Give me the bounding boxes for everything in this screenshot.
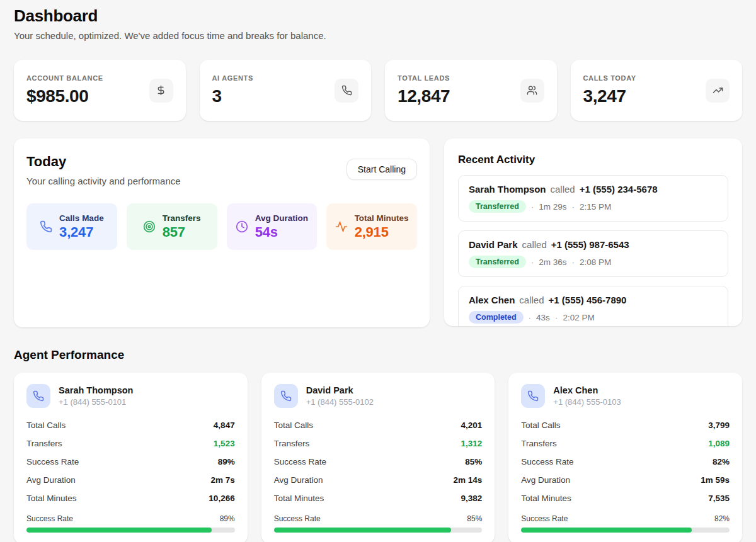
- today-subtitle: Your calling activity and performance: [26, 176, 181, 186]
- stat-row-success-rate: Success Rate 85%: [274, 453, 483, 471]
- metric-avg-duration: Avg Duration 54s: [227, 203, 318, 250]
- stat-label: Account Balance: [26, 74, 103, 82]
- row-label: Total Calls: [274, 421, 313, 430]
- activity-icon: [335, 220, 348, 233]
- phone-icon: [335, 79, 358, 103]
- row-value: 1,089: [708, 439, 730, 448]
- main-grid: Today Your calling activity and performa…: [14, 138, 742, 327]
- separator-dot: ·: [529, 313, 532, 322]
- stat-card-calls-today: Calls Today 3,247: [571, 60, 743, 121]
- row-value: 10,266: [209, 494, 234, 503]
- activity-phone-number: +1 (555) 987-6543: [551, 239, 629, 250]
- stat-row-total-calls: Total Calls 4,201: [274, 416, 483, 434]
- stat-row-transfers: Transfers 1,089: [521, 434, 730, 453]
- page-title: Dashboard: [14, 6, 742, 26]
- stat-row-total-calls: Total Calls 3,799: [521, 416, 730, 434]
- progress-percent: 82%: [714, 514, 730, 523]
- row-label: Total Calls: [521, 421, 560, 430]
- row-label: Avg Duration: [521, 475, 570, 485]
- stat-row-transfers: Transfers 1,312: [274, 434, 483, 453]
- activity-item[interactable]: Alex Chen called +1 (555) 456-7890 Compl…: [458, 286, 728, 326]
- status-badge: Transferred: [469, 256, 526, 268]
- activity-item[interactable]: Sarah Thompson called +1 (555) 234-5678 …: [458, 175, 728, 222]
- stat-value: 3: [212, 86, 253, 106]
- stat-card-ai-agents: AI Agents 3: [200, 60, 372, 121]
- stat-row-total-minutes: Total Minutes 7,535: [521, 489, 730, 507]
- stat-label: Calls Today: [583, 74, 636, 82]
- progress-label: Success Rate: [26, 514, 73, 523]
- stats-row: Account Balance $985.00 AI Agents 3 Tota…: [14, 60, 742, 121]
- stat-row-success-rate: Success Rate 89%: [26, 453, 235, 471]
- stat-value: $985.00: [26, 86, 103, 106]
- agent-name: Sarah Thompson: [59, 385, 133, 395]
- activity-action: called: [522, 239, 547, 250]
- agents-grid: Sarah Thompson +1 (844) 555-0101 Total C…: [14, 373, 742, 542]
- agent-card-sarah-thompson: Sarah Thompson +1 (844) 555-0101 Total C…: [14, 373, 248, 542]
- row-label: Avg Duration: [274, 475, 323, 485]
- success-rate-progress: Success Rate 85%: [274, 514, 483, 533]
- metric-label: Calls Made: [59, 213, 104, 223]
- status-badge: Transferred: [469, 200, 526, 213]
- row-value: 7,535: [708, 494, 730, 503]
- row-value: 9,382: [461, 494, 483, 503]
- activity-phone-number: +1 (555) 234-5678: [580, 184, 658, 195]
- stat-row-total-minutes: Total Minutes 10,266: [26, 489, 235, 507]
- metric-label: Transfers: [163, 213, 201, 223]
- separator-dot: ·: [572, 257, 575, 267]
- separator-dot: ·: [531, 202, 534, 212]
- progress-track: [26, 528, 235, 533]
- separator-dot: ·: [531, 257, 534, 267]
- row-label: Success Rate: [274, 457, 326, 466]
- phone-icon: [40, 220, 52, 233]
- metric-value: 857: [163, 224, 201, 240]
- phone-icon: [521, 384, 545, 408]
- progress-track: [521, 528, 730, 533]
- recent-activity-card: Recent Activity Sarah Thompson called +1…: [444, 138, 742, 326]
- activity-time: 2:15 PM: [580, 202, 611, 212]
- row-label: Transfers: [26, 439, 62, 448]
- agent-name: David Park: [306, 385, 374, 395]
- row-value: 1m 59s: [701, 475, 730, 485]
- activity-time: 2:08 PM: [580, 257, 611, 267]
- row-label: Transfers: [274, 439, 310, 448]
- progress-percent: 89%: [220, 514, 235, 523]
- progress-label: Success Rate: [521, 514, 568, 523]
- dashboard-page: Dashboard Your schedule, optimized. We'v…: [0, 0, 756, 542]
- activity-duration: 43s: [536, 313, 550, 322]
- agent-card-alex-chen: Alex Chen +1 (844) 555-0103 Total Calls …: [508, 373, 742, 542]
- agent-phone: +1 (844) 555-0103: [553, 397, 621, 407]
- recent-activity-title: Recent Activity: [458, 154, 728, 166]
- row-value: 85%: [465, 457, 482, 466]
- success-rate-progress: Success Rate 89%: [26, 514, 235, 533]
- activity-caller-name: David Park: [469, 239, 518, 250]
- today-card: Today Your calling activity and performa…: [14, 138, 430, 327]
- row-label: Success Rate: [521, 457, 573, 466]
- stat-row-avg-duration: Avg Duration 1m 59s: [521, 471, 730, 489]
- start-calling-button[interactable]: Start Calling: [346, 159, 417, 180]
- row-label: Total Minutes: [274, 494, 324, 503]
- agent-name: Alex Chen: [553, 385, 621, 395]
- activity-caller-name: Sarah Thompson: [469, 184, 546, 195]
- row-value: 2m 7s: [210, 475, 234, 485]
- stat-label: AI Agents: [212, 74, 253, 82]
- stat-row-avg-duration: Avg Duration 2m 14s: [274, 471, 483, 489]
- agent-phone: +1 (844) 555-0102: [306, 397, 374, 407]
- separator-dot: ·: [555, 313, 558, 322]
- stat-label: Total Leads: [398, 74, 450, 82]
- row-label: Avg Duration: [26, 475, 76, 485]
- page-subtitle: Your schedule, optimized. We've added fo…: [14, 30, 742, 41]
- activity-caller-name: Alex Chen: [469, 295, 515, 305]
- trending-up-icon: [706, 79, 730, 103]
- phone-icon: [26, 384, 50, 408]
- stat-row-total-calls: Total Calls 4,847: [26, 416, 235, 434]
- stat-value: 12,847: [398, 86, 450, 106]
- row-value: 1,523: [214, 439, 235, 448]
- metric-transfers: Transfers 857: [127, 203, 217, 250]
- row-label: Total Calls: [26, 421, 66, 430]
- stat-row-transfers: Transfers 1,523: [26, 434, 235, 453]
- activity-action: called: [519, 295, 544, 305]
- metric-value: 3,247: [59, 224, 104, 240]
- activity-item[interactable]: David Park called +1 (555) 987-6543 Tran…: [458, 230, 728, 277]
- progress-fill: [521, 528, 692, 533]
- metric-total-minutes: Total Minutes 2,915: [326, 203, 417, 250]
